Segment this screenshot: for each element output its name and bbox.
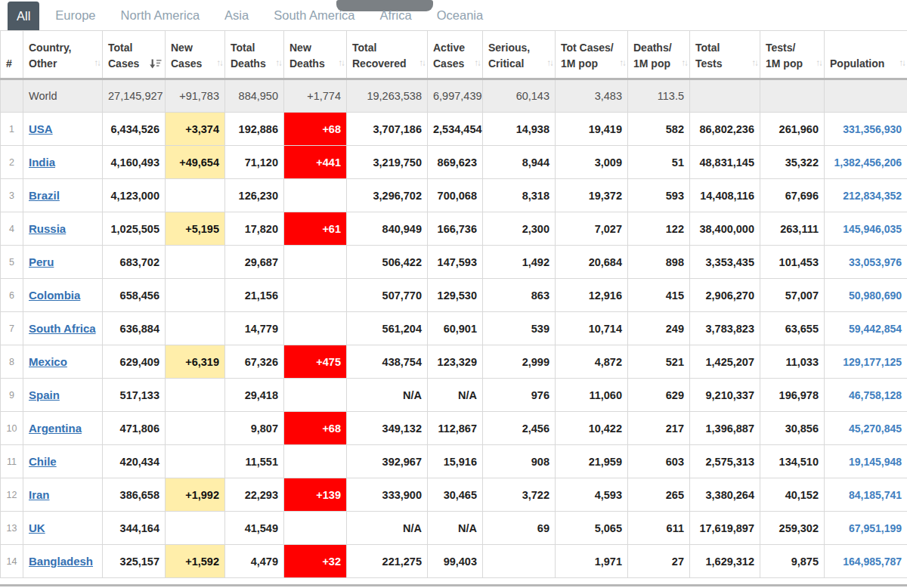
cell-active-cases: 60,901 xyxy=(428,312,483,345)
col-header-new-cases[interactable]: New Cases↑↓ xyxy=(166,31,225,79)
cell-total-recovered: 333,900 xyxy=(347,478,428,512)
population-link[interactable]: 45,270,845 xyxy=(849,422,902,435)
cell-total-tests: 86,802,236 xyxy=(690,113,760,146)
cell-tot-cases-1m: 3,009 xyxy=(556,146,628,179)
population-link[interactable]: 331,356,930 xyxy=(843,123,902,135)
col-header-label: Total Deaths xyxy=(231,42,266,69)
country-link[interactable]: Brazil xyxy=(29,189,60,202)
cell-tests-1m: 263,111 xyxy=(760,212,825,246)
cell-tot-cases-1m: 21,959 xyxy=(556,445,628,478)
tab-north-america[interactable]: North America xyxy=(112,0,209,30)
country-link[interactable]: Peru xyxy=(29,255,54,268)
cell-deaths-1m: 27 xyxy=(628,545,690,578)
population-link[interactable]: 50,980,690 xyxy=(849,289,902,302)
population-link[interactable]: 67,951,199 xyxy=(849,522,902,534)
cell-total-tests: 2,906,270 xyxy=(690,279,760,312)
table-bottom-divider xyxy=(0,584,907,586)
country-link[interactable]: Colombia xyxy=(29,289,80,302)
cell-tot-cases-1m: 10,714 xyxy=(556,312,628,345)
cell-new-cases: +5,195 xyxy=(166,212,225,246)
cell-tests-1m: 261,960 xyxy=(760,113,825,146)
sort-both-icon: ↑↓ xyxy=(339,57,345,70)
cell-active-cases: 129,530 xyxy=(428,279,483,312)
cell-tot-cases-1m: 19,419 xyxy=(556,113,628,146)
cell-total-deaths: 4,479 xyxy=(225,545,284,578)
cell-total-tests: 1,629,312 xyxy=(690,545,760,578)
col-header-tests-1m[interactable]: Tests/ 1M pop↑↓ xyxy=(760,31,825,79)
cell-total-deaths: 21,156 xyxy=(225,279,284,312)
cell-rank: 3 xyxy=(1,179,23,212)
tab-south-america[interactable]: South America xyxy=(265,0,364,30)
cell-total-recovered: 507,770 xyxy=(347,279,428,312)
col-header-country[interactable]: Country, Other↑↓ xyxy=(23,31,103,79)
cell-total-recovered: 506,422 xyxy=(347,246,428,279)
cell-tot-cases-1m: 4,593 xyxy=(556,478,628,512)
country-link[interactable]: India xyxy=(29,156,55,169)
country-link[interactable]: South Africa xyxy=(29,322,96,335)
country-link[interactable]: Chile xyxy=(29,455,57,468)
cell-country: Brazil xyxy=(23,179,103,212)
cell-deaths-1m: 265 xyxy=(628,478,690,512)
cell-tot-cases-1m: 3,483 xyxy=(556,79,628,113)
tab-oceania[interactable]: Oceania xyxy=(428,0,492,30)
population-link[interactable]: 1,382,456,206 xyxy=(834,156,902,169)
cell-active-cases: 30,465 xyxy=(428,478,483,512)
population-link[interactable]: 164,985,787 xyxy=(843,556,902,568)
cell-total-tests: 9,210,337 xyxy=(690,379,760,412)
population-link[interactable]: 19,145,948 xyxy=(849,456,902,468)
population-link[interactable]: 33,053,976 xyxy=(849,256,902,268)
col-header-new-deaths[interactable]: New Deaths↑↓ xyxy=(284,31,347,79)
country-link[interactable]: USA xyxy=(29,122,53,135)
cell-population: 33,053,976 xyxy=(825,246,907,279)
tab-all[interactable]: All xyxy=(8,2,39,30)
cell-tot-cases-1m: 4,872 xyxy=(556,345,628,379)
col-header-total-cases[interactable]: Total Cases xyxy=(103,31,166,79)
cell-new-deaths xyxy=(284,512,347,545)
cell-total-recovered: 840,949 xyxy=(347,212,428,246)
tab-africa[interactable]: Africa xyxy=(371,0,421,30)
cell-new-deaths: +61 xyxy=(284,212,347,246)
cell-serious-critical: 8,318 xyxy=(483,179,556,212)
population-link[interactable]: 46,758,128 xyxy=(849,389,902,401)
cell-rank: 9 xyxy=(1,379,23,412)
country-link[interactable]: Argentina xyxy=(29,422,82,435)
country-row: 9Spain517,13329,418N/AN/A97611,0606299,2… xyxy=(1,379,907,412)
country-link[interactable]: Russia xyxy=(29,222,66,235)
cell-serious-critical: 2,300 xyxy=(483,212,556,246)
population-link[interactable]: 212,834,352 xyxy=(843,190,902,202)
country-link[interactable]: Spain xyxy=(29,388,60,401)
cell-total-recovered: 561,204 xyxy=(347,312,428,345)
col-header-total-recovered[interactable]: Total Recovered↑↓ xyxy=(347,31,428,79)
col-header-total-tests[interactable]: Total Tests↑↓ xyxy=(690,31,760,79)
cell-tot-cases-1m: 7,027 xyxy=(556,212,628,246)
country-row: 2India4,160,493+49,65471,120+4413,219,75… xyxy=(1,146,907,179)
tab-asia[interactable]: Asia xyxy=(215,0,258,30)
country-link[interactable]: Mexico xyxy=(29,355,67,368)
country-link[interactable]: Bangladesh xyxy=(29,555,93,568)
country-link[interactable]: UK xyxy=(29,521,45,534)
cell-total-cases: 471,806 xyxy=(103,412,166,445)
cell-active-cases: N/A xyxy=(428,512,483,545)
cell-tot-cases-1m: 10,422 xyxy=(556,412,628,445)
cell-tests-1m: 134,510 xyxy=(760,445,825,478)
cell-serious-critical: 8,944 xyxy=(483,146,556,179)
col-header-population[interactable]: Population↑↓ xyxy=(825,31,907,79)
cell-population xyxy=(825,79,907,113)
cell-country: Russia xyxy=(23,212,103,246)
population-link[interactable]: 59,442,854 xyxy=(849,323,902,335)
population-link[interactable]: 129,177,125 xyxy=(843,356,902,368)
col-header-active-cases[interactable]: Active Cases↑↓ xyxy=(428,31,483,79)
population-link[interactable]: 145,946,035 xyxy=(843,223,902,235)
cell-tests-1m: 196,978 xyxy=(760,379,825,412)
tab-europe[interactable]: Europe xyxy=(46,0,104,30)
cell-population: 45,270,845 xyxy=(825,412,907,445)
col-header-tot-cases-1m[interactable]: Tot Cases/ 1M pop↑↓ xyxy=(556,31,628,79)
col-header-serious-critical[interactable]: Serious, Critical↑↓ xyxy=(483,31,556,79)
col-header-total-deaths[interactable]: Total Deaths↑↓ xyxy=(225,31,284,79)
country-row: 5Peru683,70229,687506,422147,5931,49220,… xyxy=(1,246,907,279)
col-header-deaths-1m[interactable]: Deaths/ 1M pop↑↓ xyxy=(628,31,690,79)
cell-new-cases: +1,592 xyxy=(166,545,225,578)
country-link[interactable]: Iran xyxy=(29,488,50,501)
cell-total-cases: 4,160,493 xyxy=(103,146,166,179)
population-link[interactable]: 84,185,741 xyxy=(849,489,902,501)
